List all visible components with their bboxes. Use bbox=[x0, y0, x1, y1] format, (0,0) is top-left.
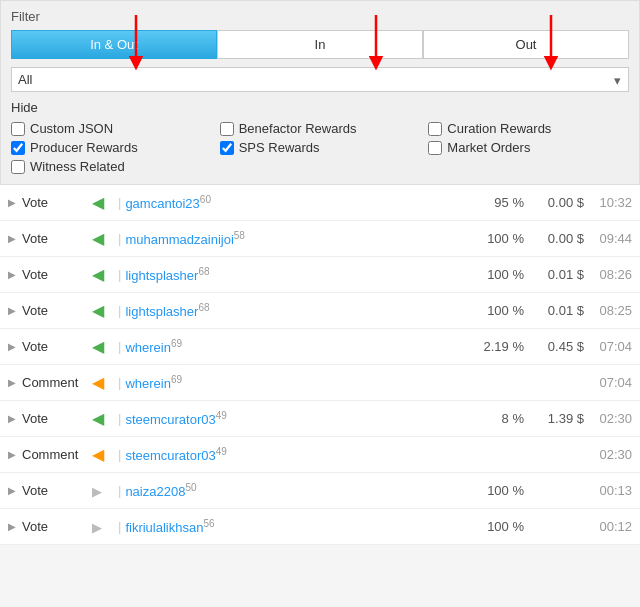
checkbox-witness-related-input[interactable] bbox=[11, 160, 25, 174]
table-row: ▶ Vote ▶ | naiza220850 100 % 00:13 bbox=[0, 473, 640, 509]
separator: | bbox=[118, 375, 121, 390]
tx-type: Vote bbox=[22, 303, 92, 318]
expand-icon[interactable]: ▶ bbox=[8, 341, 22, 352]
table-row: ▶ Vote ◀ | gamcantoi2360 95 % 0.00 $ 10:… bbox=[0, 185, 640, 221]
tab-out[interactable]: Out bbox=[423, 30, 629, 59]
table-row: ▶ Comment ◀ | steemcurator0349 02:30 bbox=[0, 437, 640, 473]
expand-icon[interactable]: ▶ bbox=[8, 377, 22, 388]
checkbox-market-orders-input[interactable] bbox=[428, 141, 442, 155]
checkbox-custom-json-label: Custom JSON bbox=[30, 121, 113, 136]
dollar-value: 0.00 $ bbox=[524, 195, 584, 210]
direction-icon: ◀ bbox=[92, 193, 114, 212]
expand-icon[interactable]: ▶ bbox=[8, 449, 22, 460]
separator: | bbox=[118, 447, 121, 462]
separator: | bbox=[118, 519, 121, 534]
dollar-value: 0.45 $ bbox=[524, 339, 584, 354]
time-value: 00:12 bbox=[592, 519, 632, 534]
dollar-value: 1.39 $ bbox=[524, 411, 584, 426]
checkbox-sps-rewards-label: SPS Rewards bbox=[239, 140, 320, 155]
tx-type: Vote bbox=[22, 195, 92, 210]
checkbox-sps-rewards[interactable]: SPS Rewards bbox=[220, 140, 421, 155]
user-name[interactable]: muhammadzainijoi58 bbox=[125, 230, 245, 247]
time-value: 10:32 bbox=[592, 195, 632, 210]
tab-in-out[interactable]: In & Out bbox=[11, 30, 217, 59]
tx-type: Comment bbox=[22, 447, 92, 462]
checkbox-benefactor-rewards[interactable]: Benefactor Rewards bbox=[220, 121, 421, 136]
checkbox-benefactor-rewards-input[interactable] bbox=[220, 122, 234, 136]
expand-icon[interactable]: ▶ bbox=[8, 413, 22, 424]
percent-value: 100 % bbox=[464, 267, 524, 282]
percent-value: 100 % bbox=[464, 519, 524, 534]
percent-value: 100 % bbox=[464, 483, 524, 498]
checkbox-sps-rewards-input[interactable] bbox=[220, 141, 234, 155]
percent-value: 95 % bbox=[464, 195, 524, 210]
percent-value: 100 % bbox=[464, 303, 524, 318]
checkbox-producer-rewards-label: Producer Rewards bbox=[30, 140, 138, 155]
user-name[interactable]: lightsplasher68 bbox=[125, 266, 245, 283]
checkbox-producer-rewards-input[interactable] bbox=[11, 141, 25, 155]
table-row: ▶ Vote ◀ | steemcurator0349 8 % 1.39 $ 0… bbox=[0, 401, 640, 437]
direction-icon: ◀ bbox=[92, 409, 114, 428]
checkbox-market-orders-label: Market Orders bbox=[447, 140, 530, 155]
tx-type: Vote bbox=[22, 267, 92, 282]
direction-icon: ◀ bbox=[92, 337, 114, 356]
percent-value: 2.19 % bbox=[464, 339, 524, 354]
checkbox-benefactor-rewards-label: Benefactor Rewards bbox=[239, 121, 357, 136]
table-row: ▶ Vote ◀ | wherein69 2.19 % 0.45 $ 07:04 bbox=[0, 329, 640, 365]
checkbox-curation-rewards[interactable]: Curation Rewards bbox=[428, 121, 629, 136]
checkbox-curation-rewards-input[interactable] bbox=[428, 122, 442, 136]
checkbox-custom-json-input[interactable] bbox=[11, 122, 25, 136]
tx-type: Vote bbox=[22, 411, 92, 426]
direction-icon: ◀ bbox=[92, 301, 114, 320]
expand-icon[interactable]: ▶ bbox=[8, 233, 22, 244]
time-value: 08:25 bbox=[592, 303, 632, 318]
tx-type: Vote bbox=[22, 231, 92, 246]
dollar-value: 0.01 $ bbox=[524, 303, 584, 318]
expand-icon[interactable]: ▶ bbox=[8, 485, 22, 496]
checkbox-market-orders[interactable]: Market Orders bbox=[428, 140, 629, 155]
transaction-list: ▶ Vote ◀ | gamcantoi2360 95 % 0.00 $ 10:… bbox=[0, 185, 640, 545]
time-value: 09:44 bbox=[592, 231, 632, 246]
table-row: ▶ Vote ▶ | fikriulalikhsan56 100 % 00:12 bbox=[0, 509, 640, 545]
time-value: 00:13 bbox=[592, 483, 632, 498]
direction-icon: ▶ bbox=[92, 482, 114, 500]
checkbox-witness-related[interactable]: Witness Related bbox=[11, 159, 212, 174]
tx-type: Comment bbox=[22, 375, 92, 390]
expand-icon[interactable]: ▶ bbox=[8, 197, 22, 208]
dollar-value: 0.00 $ bbox=[524, 231, 584, 246]
direction-icon: ◀ bbox=[92, 373, 114, 392]
tx-type: Vote bbox=[22, 339, 92, 354]
percent-value: 8 % bbox=[464, 411, 524, 426]
separator: | bbox=[118, 411, 121, 426]
user-name[interactable]: steemcurator0349 bbox=[125, 446, 245, 463]
time-value: 02:30 bbox=[592, 447, 632, 462]
type-dropdown[interactable]: All Vote Comment Transfer bbox=[11, 67, 629, 92]
time-value: 07:04 bbox=[592, 375, 632, 390]
expand-icon[interactable]: ▶ bbox=[8, 521, 22, 532]
direction-icon: ▶ bbox=[92, 518, 114, 536]
checkbox-producer-rewards[interactable]: Producer Rewards bbox=[11, 140, 212, 155]
tab-in[interactable]: In bbox=[217, 30, 423, 59]
tx-type: Vote bbox=[22, 519, 92, 534]
user-name[interactable]: gamcantoi2360 bbox=[125, 194, 245, 211]
checkbox-custom-json[interactable]: Custom JSON bbox=[11, 121, 212, 136]
expand-icon[interactable]: ▶ bbox=[8, 305, 22, 316]
user-name[interactable]: lightsplasher68 bbox=[125, 302, 245, 319]
user-name[interactable]: steemcurator0349 bbox=[125, 410, 245, 427]
expand-icon[interactable]: ▶ bbox=[8, 269, 22, 280]
user-name[interactable]: wherein69 bbox=[125, 338, 245, 355]
user-name[interactable]: naiza220850 bbox=[125, 482, 245, 499]
dollar-value: 0.01 $ bbox=[524, 267, 584, 282]
separator: | bbox=[118, 231, 121, 246]
checkbox-curation-rewards-label: Curation Rewards bbox=[447, 121, 551, 136]
user-name[interactable]: wherein69 bbox=[125, 374, 245, 391]
user-name[interactable]: fikriulalikhsan56 bbox=[125, 518, 245, 535]
percent-value: 100 % bbox=[464, 231, 524, 246]
time-value: 08:26 bbox=[592, 267, 632, 282]
direction-icon: ◀ bbox=[92, 265, 114, 284]
separator: | bbox=[118, 267, 121, 282]
table-row: ▶ Comment ◀ | wherein69 07:04 bbox=[0, 365, 640, 401]
hide-label: Hide bbox=[11, 100, 629, 115]
filter-title: Filter bbox=[11, 9, 629, 24]
filter-section: Filter In & Out In Out All Vote Comment bbox=[0, 0, 640, 185]
